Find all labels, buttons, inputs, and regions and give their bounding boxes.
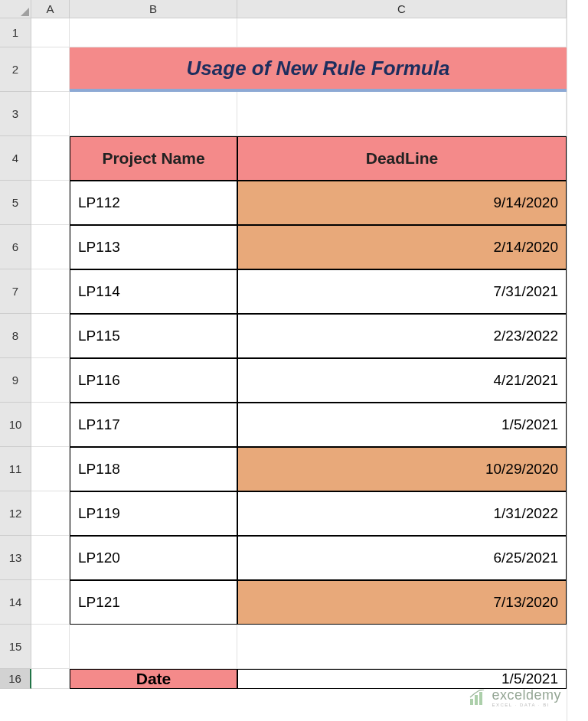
cell-deadline-4[interactable]: 4/21/2021 [237, 358, 567, 403]
cell-c3[interactable] [237, 92, 567, 136]
svg-rect-1 [475, 695, 478, 705]
cell-project-4[interactable]: LP116 [70, 358, 237, 403]
row-header-1[interactable]: 1 [0, 18, 31, 47]
svg-rect-2 [479, 692, 482, 705]
cell-a16[interactable] [31, 669, 70, 689]
row-header-5[interactable]: 5 [0, 181, 31, 225]
cell-a12[interactable] [31, 491, 70, 536]
title-banner[interactable]: Usage of New Rule Formula [70, 47, 567, 92]
cell-c15[interactable] [237, 625, 567, 669]
row-header-15[interactable]: 15 [0, 625, 31, 669]
cell-deadline-0[interactable]: 9/14/2020 [237, 181, 567, 225]
row-header-16[interactable]: 16 [0, 669, 31, 689]
spreadsheet-grid: A B C 1 2 Usage of New Rule Formula 3 4 … [0, 0, 588, 689]
cell-deadline-2[interactable]: 7/31/2021 [237, 269, 567, 314]
cell-deadline-3[interactable]: 2/23/2022 [237, 314, 567, 358]
cell-a15[interactable] [31, 625, 70, 669]
cell-deadline-1[interactable]: 2/14/2020 [237, 225, 567, 269]
cell-a3[interactable] [31, 92, 70, 136]
header-deadline[interactable]: DeadLine [237, 136, 567, 181]
col-header-c[interactable]: C [237, 0, 567, 18]
cell-a10[interactable] [31, 403, 70, 447]
watermark-main: exceldemy [492, 688, 561, 702]
chart-icon [469, 690, 487, 706]
cell-project-6[interactable]: LP118 [70, 447, 237, 491]
cell-a9[interactable] [31, 358, 70, 403]
watermark: exceldemy EXCEL · DATA · BI [469, 688, 561, 707]
cell-b1[interactable] [70, 18, 237, 47]
cell-project-1[interactable]: LP113 [70, 225, 237, 269]
cell-a6[interactable] [31, 225, 70, 269]
col-header-a[interactable]: A [31, 0, 70, 18]
cell-project-5[interactable]: LP117 [70, 403, 237, 447]
watermark-text: exceldemy EXCEL · DATA · BI [492, 688, 561, 707]
right-edge-column [567, 0, 588, 721]
cell-project-2[interactable]: LP114 [70, 269, 237, 314]
cell-a11[interactable] [31, 447, 70, 491]
cell-b3[interactable] [70, 92, 237, 136]
cell-project-3[interactable]: LP115 [70, 314, 237, 358]
cell-a13[interactable] [31, 536, 70, 580]
row-header-8[interactable]: 8 [0, 314, 31, 358]
cell-a7[interactable] [31, 269, 70, 314]
cell-a14[interactable] [31, 580, 70, 625]
cell-b15[interactable] [70, 625, 237, 669]
cell-a1[interactable] [31, 18, 70, 47]
cell-project-8[interactable]: LP120 [70, 536, 237, 580]
row-header-6[interactable]: 6 [0, 225, 31, 269]
select-all-corner[interactable] [0, 0, 31, 18]
cell-deadline-9[interactable]: 7/13/2020 [237, 580, 567, 625]
header-project[interactable]: Project Name [70, 136, 237, 181]
cell-project-9[interactable]: LP121 [70, 580, 237, 625]
date-label[interactable]: Date [70, 669, 237, 689]
row-header-3[interactable]: 3 [0, 92, 31, 136]
row-header-11[interactable]: 11 [0, 447, 31, 491]
cell-project-0[interactable]: LP112 [70, 181, 237, 225]
row-header-2[interactable]: 2 [0, 47, 31, 92]
cell-a5[interactable] [31, 181, 70, 225]
row-header-10[interactable]: 10 [0, 403, 31, 447]
cell-c1[interactable] [237, 18, 567, 47]
cell-deadline-8[interactable]: 6/25/2021 [237, 536, 567, 580]
col-header-b[interactable]: B [70, 0, 237, 18]
svg-rect-0 [470, 699, 473, 705]
date-value[interactable]: 1/5/2021 [237, 669, 567, 689]
watermark-sub: EXCEL · DATA · BI [492, 703, 561, 707]
cell-project-7[interactable]: LP119 [70, 491, 237, 536]
cell-deadline-6[interactable]: 10/29/2020 [237, 447, 567, 491]
row-header-9[interactable]: 9 [0, 358, 31, 403]
row-header-7[interactable]: 7 [0, 269, 31, 314]
cell-a8[interactable] [31, 314, 70, 358]
row-header-12[interactable]: 12 [0, 491, 31, 536]
cell-deadline-5[interactable]: 1/5/2021 [237, 403, 567, 447]
cell-deadline-7[interactable]: 1/31/2022 [237, 491, 567, 536]
cell-a2[interactable] [31, 47, 70, 92]
row-header-13[interactable]: 13 [0, 536, 31, 580]
row-header-4[interactable]: 4 [0, 136, 31, 181]
cell-a4[interactable] [31, 136, 70, 181]
row-header-14[interactable]: 14 [0, 580, 31, 625]
